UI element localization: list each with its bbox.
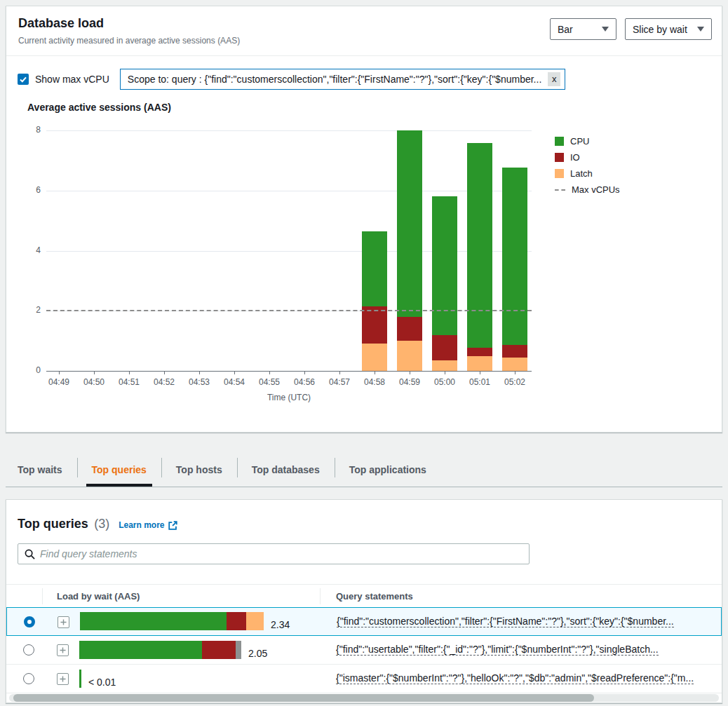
chip-close-button[interactable]: x	[548, 72, 560, 86]
column-divider	[320, 588, 321, 604]
column-load-by-wait: Load by wait (AAS)	[57, 585, 140, 608]
table-row[interactable]: 2.05{"find":"usertable","filter":{"_id":…	[6, 636, 722, 665]
y-tick-label: 0	[21, 365, 41, 375]
top-queries-title: Top queries	[18, 517, 88, 531]
external-link-icon	[168, 521, 177, 530]
bar-segment-latch	[397, 341, 422, 371]
x-axis-title: Time (UTC)	[46, 393, 532, 402]
show-max-vcpu-label: Show max vCPU	[35, 74, 109, 85]
legend-label: Latch	[570, 168, 593, 179]
x-tick	[164, 371, 165, 374]
x-tick	[129, 371, 130, 374]
x-tick	[59, 371, 60, 374]
bar-segment-cpu	[502, 168, 527, 345]
plot-area: 0246804:4904:5004:5104:5204:5304:5404:55…	[46, 130, 532, 372]
bar-segment-cpu	[432, 196, 457, 334]
bar-segment-io	[432, 335, 457, 360]
x-tick-label: 04:57	[322, 377, 357, 387]
tab-top-applications[interactable]: Top applications	[335, 452, 441, 487]
x-tick-label: 04:50	[76, 377, 112, 387]
scrollbar-thumb[interactable]	[13, 694, 594, 702]
gridline	[46, 191, 532, 191]
x-tick	[234, 371, 235, 374]
row-radio[interactable]	[23, 644, 34, 656]
table-row[interactable]: < 0.01{"ismaster":{"$numberInt":"?"},"he…	[6, 665, 722, 693]
x-tick	[94, 371, 95, 374]
legend-label: CPU	[570, 136, 589, 147]
search-icon	[25, 549, 35, 559]
scope-filter-chip: Scope to: query : {"find":"customerscoll…	[120, 69, 565, 90]
check-icon	[20, 76, 27, 83]
x-tick-label: 04:49	[41, 377, 76, 387]
legend-swatch-icon	[555, 137, 564, 146]
bar-segment-io	[362, 306, 387, 344]
filter-row: Show max vCPU Scope to: query : {"find":…	[18, 68, 565, 90]
row-radio[interactable]	[24, 616, 35, 627]
legend-item-io: IO	[555, 149, 620, 165]
tab-top-hosts[interactable]: Top hosts	[161, 452, 237, 487]
expand-row-button[interactable]	[57, 673, 69, 685]
load-segment-cpu	[80, 612, 227, 630]
expand-row-button[interactable]	[58, 616, 69, 628]
chart-type-value: Bar	[558, 24, 573, 35]
scope-filter-text: Scope to: query : {"find":"customerscoll…	[128, 74, 541, 85]
query-rows: 2.34{"find":"customerscollection","filte…	[6, 607, 722, 693]
load-segment-io	[227, 612, 246, 630]
legend-item-cpu: CPU	[555, 133, 620, 149]
dashed-line-icon	[555, 189, 565, 191]
learn-more-link[interactable]: Learn more	[119, 520, 177, 530]
y-tick-label: 8	[21, 125, 41, 135]
load-segment-other	[236, 641, 241, 659]
load-bar	[80, 612, 264, 630]
expand-row-button[interactable]	[57, 644, 69, 656]
tab-top-databases[interactable]: Top databases	[237, 452, 335, 487]
chart-controls: Bar Slice by wait	[550, 18, 712, 40]
x-tick	[375, 371, 375, 374]
show-max-vcpu-checkbox[interactable]	[18, 74, 29, 85]
tab-top-waits[interactable]: Top waits	[6, 452, 77, 487]
search-input[interactable]	[40, 548, 523, 559]
load-by-wait-cell: 2.05	[79, 636, 267, 664]
x-tick-label: 04:54	[217, 377, 252, 387]
bar-segment-latch	[467, 356, 492, 371]
bar-segment-latch	[502, 358, 527, 371]
x-tick-label: 04:59	[392, 377, 427, 387]
y-tick-label: 2	[21, 305, 41, 315]
horizontal-scrollbar[interactable]	[9, 694, 719, 702]
query-statement-link[interactable]: {"find":"usertable","filter":{"_id":"?"}…	[336, 644, 659, 656]
slice-by-value: Slice by wait	[633, 24, 687, 35]
y-tick-label: 4	[21, 245, 41, 255]
x-tick	[480, 371, 480, 374]
x-tick-label: 04:53	[182, 377, 217, 387]
slice-by-select[interactable]: Slice by wait	[625, 18, 712, 40]
legend-item-max-vcpus: Max vCPUs	[555, 182, 620, 198]
y-tick-label: 6	[21, 185, 41, 195]
load-by-wait-cell: < 0.01	[79, 665, 116, 693]
query-statement-link[interactable]: {"find":"customerscollection","filter":{…	[337, 616, 674, 627]
table-header: Load by wait (AAS) Query statements	[6, 584, 722, 609]
legend-swatch-icon	[555, 153, 564, 162]
bar-segment-cpu	[397, 130, 422, 317]
load-value: 2.34	[271, 620, 290, 630]
row-radio[interactable]	[23, 673, 34, 684]
top-queries-count: (3)	[94, 517, 109, 531]
chart-type-select[interactable]: Bar	[550, 18, 616, 40]
x-tick-label: 04:52	[147, 377, 182, 387]
max-vcpus-line	[46, 310, 532, 311]
legend-label: Max vCPUs	[572, 184, 620, 195]
tab-top-queries[interactable]: Top queries	[77, 452, 161, 487]
bar-segment-io	[467, 348, 492, 356]
bar-segment-latch	[362, 344, 387, 371]
query-statement-link[interactable]: {"ismaster":{"$numberInt":"?"},"helloOk"…	[336, 672, 694, 684]
legend-label: IO	[570, 152, 580, 163]
column-query-statements: Query statements	[336, 585, 413, 608]
x-tick-label: 05:00	[427, 377, 462, 387]
x-tick	[339, 371, 340, 374]
learn-more-label: Learn more	[119, 520, 164, 530]
table-row[interactable]: 2.34{"find":"customerscollection","filte…	[6, 607, 722, 636]
x-tick	[410, 371, 410, 374]
x-tick	[445, 371, 445, 374]
bar-segment-latch	[432, 360, 457, 371]
page-subtitle: Current activity measured in average act…	[18, 36, 240, 46]
chart-title: Average active sessions (AAS)	[27, 102, 171, 113]
